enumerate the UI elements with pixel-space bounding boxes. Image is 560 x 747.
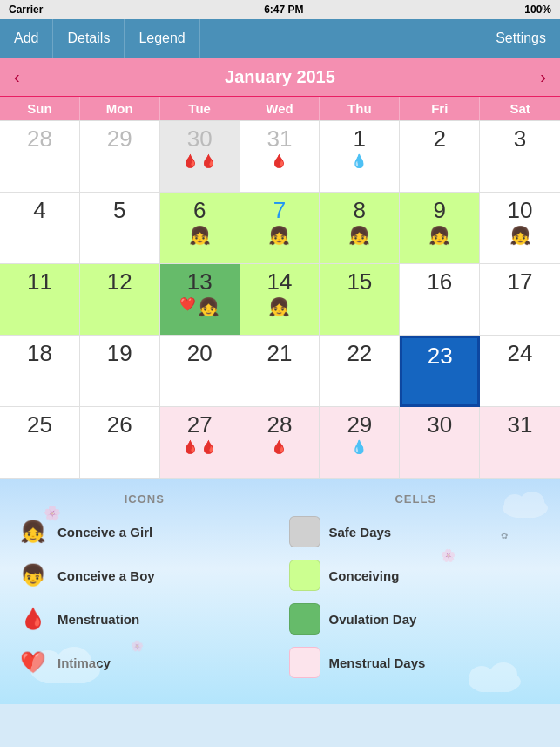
day-cell-22[interactable]: 22	[320, 336, 400, 407]
day-number: 12	[107, 269, 132, 295]
girl-label: Conceive a Girl	[57, 525, 152, 540]
day-cell-18[interactable]: 18	[0, 336, 80, 407]
ovulation-label: Ovulation Day	[329, 612, 417, 627]
calendar-grid: 282930🩸🩸31🩸1💧23456👧7👧8👧9👧10👧111213❤️👧14👧…	[0, 120, 560, 479]
day-cell-29-prev[interactable]: 29	[80, 121, 160, 193]
day-number: 26	[107, 412, 132, 438]
day-cell-31[interactable]: 31	[480, 407, 560, 479]
day-icon: 🩸	[182, 153, 199, 169]
day-cell-5[interactable]: 5	[80, 193, 160, 264]
day-number: 28	[27, 126, 52, 152]
day-headers: Sun Mon Tue Wed Thu Fri Sat	[0, 96, 560, 120]
next-month-button[interactable]: ›	[526, 67, 560, 87]
day-number: 14	[267, 269, 293, 295]
day-number: 22	[347, 341, 372, 366]
day-icon: 👧	[509, 225, 531, 246]
day-icons: 👧	[268, 296, 290, 317]
day-cell-4[interactable]: 4	[0, 193, 80, 264]
conceiving-label: Conceiving	[329, 568, 400, 583]
safe-label: Safe Days	[329, 525, 392, 540]
safe-swatch	[289, 516, 320, 547]
day-cell-10[interactable]: 10👧	[480, 193, 560, 264]
time-label: 6:47 PM	[264, 3, 303, 16]
day-cell-28-prev[interactable]: 28	[0, 121, 80, 193]
day-icons: 👧	[509, 225, 531, 246]
settings-button[interactable]: Settings	[482, 19, 560, 58]
cloud-decoration-3	[499, 487, 551, 521]
month-title: January 2015	[225, 67, 335, 87]
day-cell-8[interactable]: 8👧	[320, 193, 400, 264]
day-icons: 🩸🩸	[182, 153, 217, 169]
day-icons: 💧	[351, 153, 368, 169]
day-icon: 👧	[428, 225, 450, 246]
legend-item-menstruation: 🩸 Menstruation	[17, 603, 272, 635]
day-cell-25[interactable]: 25	[0, 407, 80, 479]
day-icon: 🩸	[200, 153, 217, 169]
day-header-sun: Sun	[0, 97, 80, 120]
day-cell-15[interactable]: 15	[320, 264, 400, 336]
day-cell-11[interactable]: 11	[0, 264, 80, 336]
svg-point-8	[520, 492, 544, 513]
day-icons: 💧	[351, 439, 368, 455]
day-number: 18	[27, 341, 52, 366]
day-cell-27[interactable]: 27🩸🩸	[160, 407, 240, 479]
prev-month-button[interactable]: ‹	[0, 67, 34, 87]
boy-label: Conceive a Boy	[57, 568, 155, 583]
day-number: 11	[27, 269, 52, 295]
day-header-thu: Thu	[320, 97, 400, 120]
day-cell-2-prev[interactable]: 2	[400, 121, 480, 193]
legend-item-conceiving: Conceiving	[289, 560, 543, 591]
svg-point-2	[57, 647, 91, 676]
day-cell-24[interactable]: 24	[480, 336, 560, 407]
day-cell-14[interactable]: 14👧	[240, 264, 320, 336]
day-cell-28[interactable]: 28🩸	[240, 407, 320, 479]
day-cell-20[interactable]: 20	[160, 336, 240, 407]
day-number: 24	[508, 341, 533, 366]
day-cell-13[interactable]: 13❤️👧	[160, 264, 240, 336]
legend-item-ovulation: Ovulation Day	[289, 603, 543, 635]
day-number: 17	[508, 269, 533, 295]
day-cell-30[interactable]: 30	[400, 407, 480, 479]
day-icon: 👧	[198, 296, 219, 317]
legend-item-boy: 👦 Conceive a Boy	[17, 560, 272, 591]
day-number: 30	[187, 126, 213, 152]
day-cell-29[interactable]: 29💧	[320, 407, 400, 479]
day-number: 9	[433, 198, 445, 223]
status-bar: Carrier 6:47 PM 100%	[0, 0, 560, 19]
toolbar: Add Details Legend Settings	[0, 19, 560, 58]
flower-decoration-1: 🌸	[44, 505, 61, 521]
conceiving-swatch	[289, 560, 320, 591]
day-cell-16[interactable]: 16	[400, 264, 480, 336]
day-number: 25	[27, 412, 52, 438]
day-header-wed: Wed	[240, 97, 320, 120]
day-cell-31-prev[interactable]: 31🩸	[240, 121, 320, 193]
day-cell-7[interactable]: 7👧	[240, 193, 320, 264]
day-cell-19[interactable]: 19	[80, 336, 160, 407]
day-cell-3-prev[interactable]: 3	[480, 121, 560, 193]
day-cell-30-prev[interactable]: 30🩸🩸	[160, 121, 240, 193]
cloud-decoration-2	[464, 657, 525, 696]
day-cell-1-prev[interactable]: 1💧	[320, 121, 400, 193]
day-icon: ❤️	[179, 296, 196, 317]
day-header-mon: Mon	[80, 97, 160, 120]
add-button[interactable]: Add	[0, 19, 53, 58]
day-cell-23[interactable]: 23	[400, 336, 480, 407]
day-number: 7	[273, 198, 286, 223]
day-cell-12[interactable]: 12	[80, 264, 160, 336]
day-cell-21[interactable]: 21	[240, 336, 320, 407]
day-number: 8	[354, 198, 366, 223]
day-number: 27	[187, 412, 213, 438]
details-button[interactable]: Details	[53, 19, 125, 58]
day-cell-26[interactable]: 26	[80, 407, 160, 479]
day-icon: 👧	[189, 225, 211, 246]
day-icon: 👧	[268, 225, 290, 246]
day-cell-17[interactable]: 17	[480, 264, 560, 336]
day-icons: 🩸🩸	[182, 439, 217, 455]
day-cell-6[interactable]: 6👧	[160, 193, 240, 264]
flower-decoration-2: 🌸	[441, 548, 455, 562]
legend-button[interactable]: Legend	[125, 19, 199, 58]
day-cell-9[interactable]: 9👧	[400, 193, 480, 264]
svg-point-5	[489, 662, 517, 687]
cloud-decoration-1	[26, 640, 105, 687]
day-number: 29	[347, 412, 372, 438]
